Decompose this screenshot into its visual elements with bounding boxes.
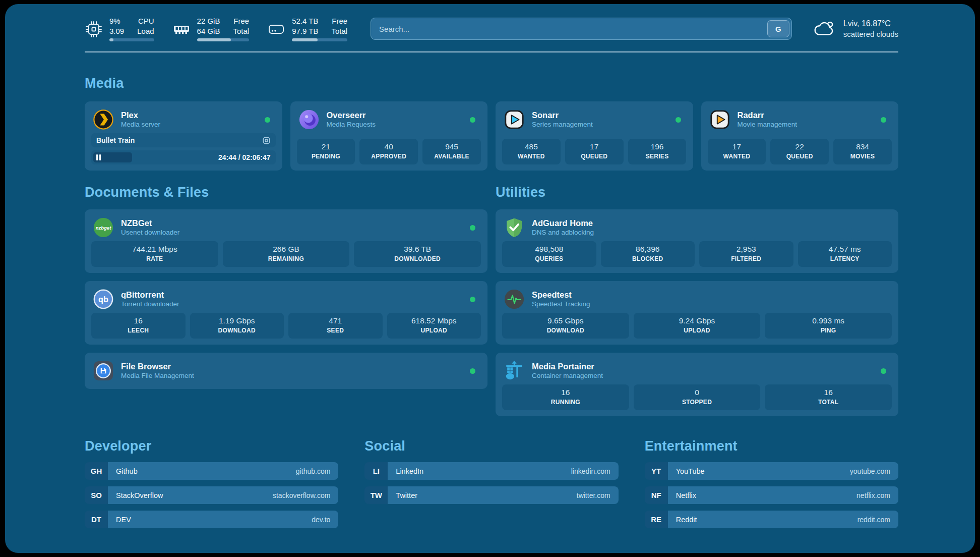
service-name: Media Portainer bbox=[532, 361, 603, 372]
pause-icon[interactable] bbox=[96, 154, 101, 160]
stat-label: MOVIES bbox=[834, 153, 891, 160]
service-name: Overseerr bbox=[327, 110, 376, 121]
bookmark-abbr: NF bbox=[645, 486, 668, 504]
stat-queries: 498,508 QUERIES bbox=[502, 241, 596, 267]
service-name: AdGuard Home bbox=[532, 218, 594, 229]
service-card-plex[interactable]: Plex Media server Bullet Train bbox=[85, 101, 282, 171]
bookmark-twitter[interactable]: TW Twitter twitter.com bbox=[364, 486, 618, 504]
bookmark-abbr: DT bbox=[85, 511, 108, 528]
service-card-overseerr[interactable]: Overseerr Media Requests 21 PENDING 40 A… bbox=[290, 101, 488, 171]
service-card-sonarr[interactable]: Sonarr Series management 485 WANTED 17 Q… bbox=[496, 101, 693, 171]
speedtest-icon bbox=[504, 289, 525, 310]
stat-value: 2,953 bbox=[700, 245, 792, 254]
stat-value: 16 bbox=[92, 316, 185, 325]
service-card-portainer[interactable]: Media Portainer Container management 16 … bbox=[496, 353, 898, 416]
stat-value: 9.24 Gbps bbox=[635, 316, 760, 325]
memory-total-label: Total bbox=[233, 26, 249, 36]
bookmark-stackoverflow[interactable]: SO StackOverflow stackoverflow.com bbox=[85, 486, 338, 504]
stat-label: STOPPED bbox=[635, 399, 760, 406]
stat-value: 0.993 ms bbox=[766, 316, 891, 325]
stat-value: 618.52 Mbps bbox=[388, 316, 480, 325]
bookmark-linkedin[interactable]: LI LinkedIn linkedin.com bbox=[364, 462, 618, 480]
bookmark-youtube[interactable]: YT YouTube youtube.com bbox=[645, 462, 898, 480]
service-subtitle: Series management bbox=[532, 121, 593, 129]
bookmark-heading-entertainment: Entertainment bbox=[645, 438, 898, 454]
stat-label: QUEUED bbox=[771, 153, 828, 160]
plex-icon bbox=[93, 109, 114, 130]
bookmark-name: DEV bbox=[116, 516, 131, 524]
service-card-adguard[interactable]: AdGuard Home DNS and adblocking 498,508 … bbox=[496, 209, 898, 273]
stat-value: 39.6 TB bbox=[355, 245, 480, 254]
svg-text:qb: qb bbox=[98, 295, 108, 304]
stat-upload: 618.52 Mbps UPLOAD bbox=[387, 313, 481, 339]
resource-widgets: 9% 3.09 CPU Load bbox=[85, 16, 347, 41]
disk-widget: 52.4 TB 97.9 TB Free Total bbox=[267, 16, 347, 41]
service-card-speedtest[interactable]: Speedtest Speedtest Tracking 9.65 Gbps D… bbox=[496, 281, 898, 345]
cpu-progress-bar bbox=[109, 38, 154, 41]
bookmark-github[interactable]: GH Github github.com bbox=[85, 462, 338, 480]
service-card-nzbget[interactable]: nzbget NZBGet Usenet downloader 744.21 M… bbox=[85, 209, 487, 273]
stat-movies: 834 MOVIES bbox=[833, 139, 892, 164]
bookmark-reddit[interactable]: RE Reddit reddit.com bbox=[645, 511, 898, 528]
stat-label: LEECH bbox=[92, 327, 185, 334]
bookmark-url: netflix.com bbox=[856, 491, 890, 499]
stat-value: 16 bbox=[766, 388, 891, 397]
stat-remaining: 266 GB REMAINING bbox=[223, 241, 350, 267]
stat-value: 47.57 ms bbox=[799, 245, 891, 254]
bookmark-name: Github bbox=[116, 467, 138, 475]
search-input[interactable] bbox=[371, 18, 792, 40]
memory-total-value: 64 GiB bbox=[197, 26, 220, 36]
stat-label: DOWNLOAD bbox=[503, 327, 628, 334]
stat-blocked: 86,396 BLOCKED bbox=[601, 241, 695, 267]
cpu-progress-fill bbox=[109, 38, 113, 41]
stat-stopped: 0 STOPPED bbox=[634, 384, 761, 410]
weather-location-temp: Lviv, 16.87°C bbox=[843, 18, 898, 29]
status-dot bbox=[470, 368, 475, 374]
service-card-radarr[interactable]: Radarr Movie management 17 WANTED 22 QUE… bbox=[701, 101, 899, 171]
stat-value: 17 bbox=[709, 142, 765, 151]
utilities-column: Utilities AdGuard Home bbox=[496, 172, 898, 424]
service-subtitle: Usenet downloader bbox=[121, 229, 179, 237]
stat-label: RUNNING bbox=[503, 399, 628, 406]
bookmark-abbr: LI bbox=[364, 462, 388, 480]
stat-label: BLOCKED bbox=[602, 255, 694, 262]
bookmark-dev[interactable]: DT DEV dev.to bbox=[85, 511, 338, 528]
search-engine-button[interactable]: G bbox=[767, 20, 789, 37]
disk-progress-bar bbox=[292, 38, 347, 41]
service-name: Plex bbox=[121, 110, 160, 121]
stat-value: 40 bbox=[360, 142, 417, 151]
stat-label: AVAILABLE bbox=[423, 153, 480, 160]
stat-queued: 22 QUEUED bbox=[770, 139, 829, 164]
status-dot bbox=[676, 117, 681, 123]
stat-label: APPROVED bbox=[360, 153, 417, 160]
bookmark-url: reddit.com bbox=[858, 516, 890, 524]
bookmark-netflix[interactable]: NF Netflix netflix.com bbox=[645, 486, 898, 504]
nzbget-icon: nzbget bbox=[93, 217, 114, 238]
weather-widget: Lviv, 16.87°C scattered clouds bbox=[812, 18, 898, 39]
bookmarks: Developer GH Github github.com SO StackO… bbox=[85, 438, 898, 535]
disk-icon bbox=[267, 20, 285, 38]
status-dot bbox=[265, 117, 270, 123]
service-subtitle: DNS and adblocking bbox=[532, 229, 594, 237]
stat-download: 9.65 Gbps DOWNLOAD bbox=[502, 313, 629, 339]
bookmark-group-entertainment: Entertainment YT YouTube youtube.com NF … bbox=[645, 438, 898, 535]
stat-download: 1.19 Gbps DOWNLOAD bbox=[190, 313, 284, 339]
stat-value: 16 bbox=[503, 388, 628, 397]
stat-series: 196 SERIES bbox=[628, 139, 687, 164]
bookmark-url: stackoverflow.com bbox=[273, 491, 330, 499]
stat-value: 86,396 bbox=[602, 245, 694, 254]
stat-wanted: 17 WANTED bbox=[708, 139, 766, 164]
bookmark-abbr: TW bbox=[364, 486, 388, 504]
media-grid: Plex Media server Bullet Train bbox=[85, 101, 898, 171]
stat-rate: 744.21 Mbps RATE bbox=[91, 241, 218, 267]
memory-progress-bar bbox=[197, 38, 250, 41]
bookmark-name: YouTube bbox=[676, 467, 705, 475]
disk-progress-fill bbox=[292, 38, 318, 41]
service-card-qbittorrent[interactable]: qb qBittorrent Torrent downloader 16 LEE… bbox=[85, 281, 487, 345]
stat-total: 16 TOTAL bbox=[765, 384, 892, 410]
stat-wanted: 485 WANTED bbox=[502, 139, 561, 164]
service-card-filebrowser[interactable]: File Browser Media File Management bbox=[85, 353, 487, 389]
stat-value: 22 bbox=[771, 142, 828, 151]
cloud-icon bbox=[812, 18, 836, 39]
stat-label: SERIES bbox=[629, 153, 686, 160]
